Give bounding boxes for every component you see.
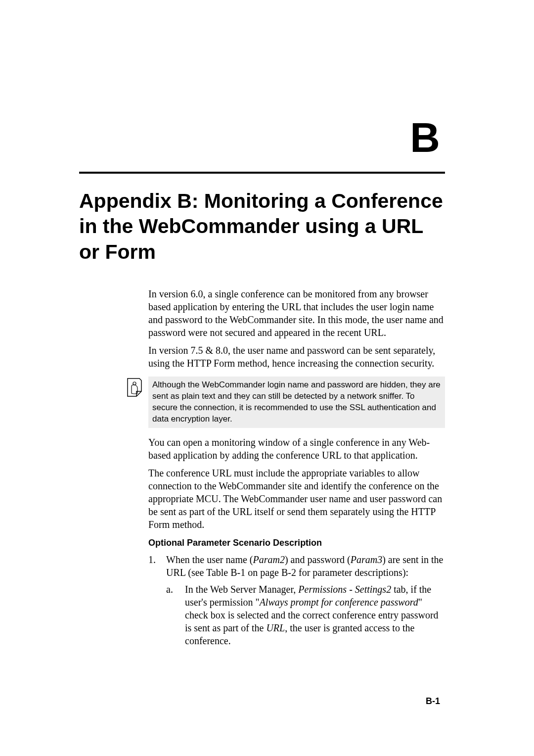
document-page: B Appendix B: Monitoring a Conference in… [0,0,534,691]
note-callout: Although the WebCommander login name and… [125,377,445,428]
text-fragment: When the user name ( [166,554,253,565]
note-text: Although the WebCommander login name and… [148,377,445,428]
list-item-1-text: When the user name (Param2) and password… [166,553,445,579]
prompt-italic: Always prompt for conference password [260,597,418,608]
url-italic: URL [266,622,285,633]
list-number-1: 1. [148,553,166,579]
paragraph-2: In version 7.5 & 8.0, the user name and … [148,344,445,370]
text-fragment: ) and password ( [285,554,351,565]
sublist-item-a-text: In the Web Server Manager, Permissions -… [185,583,445,647]
appendix-letter: B [79,114,445,162]
paragraph-3: You can open a monitoring window of a si… [148,436,445,462]
sublist: a. In the Web Server Manager, Permission… [166,583,445,647]
sublist-letter-a: a. [166,583,185,647]
content-body: In version 6.0, a single conference can … [148,287,445,647]
param3-italic: Param3 [351,554,382,565]
param2-italic: Param2 [253,554,284,565]
permissions-italic: Permissions - Settings2 [298,584,391,595]
list-item-1: 1. When the user name (Param2) and passw… [148,553,445,579]
page-number: B-1 [426,696,440,707]
sublist-item-a: a. In the Web Server Manager, Permission… [166,583,445,647]
optional-heading: Optional Parameter Scenario Description [148,538,445,548]
paragraph-1: In version 6.0, a single conference can … [148,287,445,339]
title-divider [79,172,445,174]
text-fragment: In the Web Server Manager, [185,584,298,595]
appendix-title: Appendix B: Monitoring a Conference in t… [79,189,445,265]
note-icon [125,377,144,398]
paragraph-4: The conference URL must include the appr… [148,467,445,531]
